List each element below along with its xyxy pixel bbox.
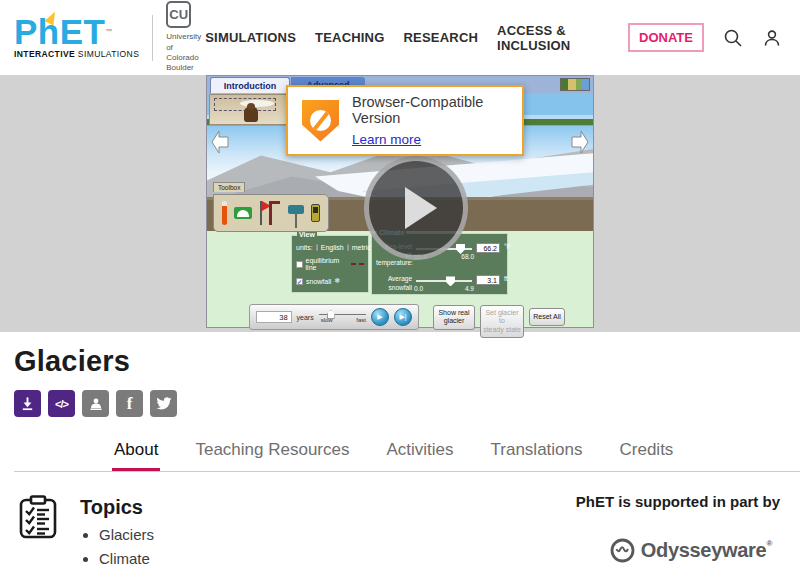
tab-activities[interactable]: Activities (384, 432, 455, 471)
thermometer-tool-icon[interactable] (222, 201, 227, 225)
play-triangle-icon (405, 187, 437, 229)
teacher-tips-button[interactable] (82, 390, 109, 417)
embed-button[interactable]: </> (48, 390, 75, 417)
radio-english[interactable] (316, 244, 318, 251)
twitter-button[interactable] (150, 390, 177, 417)
temperature-unit: °F (504, 243, 511, 250)
cloud-shape (240, 100, 274, 107)
english-label: English (321, 244, 344, 251)
tab-credits[interactable]: Credits (618, 432, 676, 471)
tab-teaching-resources[interactable]: Teaching Resources (193, 432, 351, 471)
steady-state-button[interactable]: Set glacier tosteady state (480, 305, 524, 338)
logo-divider (152, 15, 153, 61)
years-field[interactable]: 38 (256, 311, 292, 323)
snowfall-slider-thumb[interactable] (446, 276, 455, 286)
nav-item-research[interactable]: RESEARCH (404, 30, 479, 45)
action-buttons-row: </> f (14, 390, 800, 417)
gauge-tool-icon[interactable] (234, 207, 252, 219)
gps-tool-icon[interactable] (311, 204, 320, 222)
view-panel-title: View (297, 231, 317, 238)
topics-checklist-icon (14, 493, 62, 574)
time-control-panel: 38 years slow fast ▶ ▶| (249, 304, 419, 330)
equilibrium-line-label: equilibrium line (306, 257, 349, 271)
bear-head (247, 103, 255, 110)
slow-label: slow (321, 317, 333, 323)
tab-translations[interactable]: Translations (489, 432, 585, 471)
snowfall-unit: ft (504, 275, 508, 282)
sim-screenshot: Introduction Advanced (206, 75, 594, 328)
toolbox-label: Toolbox (213, 182, 245, 192)
checkbox-equilibrium-line[interactable] (296, 261, 303, 268)
facebook-icon: f (127, 394, 133, 414)
snowfall-slider: 0.0 4.9 (416, 275, 472, 291)
checkbox-snowfall[interactable]: ✓ (296, 278, 303, 285)
pan-right-arrow-icon[interactable] (570, 129, 590, 159)
drill-tool-icon[interactable] (288, 205, 304, 214)
topics-list: Glaciers Climate (80, 526, 154, 567)
section-tabs: About Teaching Resources Activities Tran… (14, 432, 800, 472)
sim-minimap-thumbnail (560, 78, 590, 91)
learn-more-link[interactable]: Learn more (352, 132, 421, 147)
tracer-tool-icon[interactable] (269, 201, 280, 225)
odysseyware-name: Odysseyware® (641, 539, 772, 562)
video-play-button[interactable] (364, 156, 468, 260)
download-button[interactable] (14, 390, 41, 417)
donate-button[interactable]: DONATE (628, 23, 704, 52)
page: PhET™ INTERACTIVE SIMULATIONS CU Univers… (0, 0, 800, 575)
snow-min-label: 0.0 (414, 285, 423, 292)
sponsor-heading: PhET is supported in part by (576, 493, 780, 510)
browser-shield-icon (302, 100, 339, 142)
metric-label: metric (352, 244, 371, 251)
trademark: ™ (105, 28, 113, 35)
content-area: Glaciers </> f About Teaching Resources … (0, 345, 800, 472)
twitter-icon (156, 397, 172, 411)
units-label: units: (296, 244, 313, 251)
snowfall-label: snowfall (306, 278, 331, 285)
slider-track (416, 280, 472, 282)
browser-compat-popup: Browser-Compatible Version Learn more (286, 85, 524, 156)
radio-metric[interactable] (347, 244, 349, 251)
sponsor-block: PhET is supported in part by Odysseyware… (576, 493, 780, 574)
snowfall-value-field[interactable]: 3.1 (476, 275, 500, 285)
temp-max-label: 68.0 (461, 253, 474, 260)
view-panel: View units: English metric equilibrium l… (291, 235, 369, 293)
years-unit-label: years (297, 314, 314, 321)
phet-logo[interactable]: PhET™ INTERACTIVE SIMULATIONS (14, 16, 139, 59)
topic-item: Climate (99, 550, 154, 567)
topics-block: Topics Glaciers Climate (14, 493, 154, 574)
flag-tool-icon[interactable] (260, 201, 262, 225)
equilibrium-line-sample (351, 263, 364, 265)
sim-preview-band: Introduction Advanced (0, 75, 800, 332)
toolbox-tray (213, 194, 329, 232)
cu-boulder-logo[interactable]: CU University of Colorado Boulder (166, 1, 205, 74)
snowflake-icon: ❄ (334, 277, 340, 285)
step-button[interactable]: ▶| (394, 308, 412, 326)
tab-about[interactable]: About (112, 432, 160, 471)
phet-wordmark: PhET™ (14, 16, 139, 48)
odysseyware-mark-icon (609, 537, 636, 564)
nav-item-access-inclusion[interactable]: ACCESS & INCLUSION (497, 23, 609, 53)
snow-max-label: 4.9 (465, 285, 474, 292)
odysseyware-logo[interactable]: Odysseyware® (609, 537, 772, 564)
nav-item-simulations[interactable]: SIMULATIONS (205, 30, 296, 45)
code-icon: </> (55, 398, 68, 410)
sim-toolbox: Toolbox (213, 176, 329, 232)
site-header: PhET™ INTERACTIVE SIMULATIONS CU Univers… (0, 0, 800, 75)
nav-item-teaching[interactable]: TEACHING (315, 30, 385, 45)
facebook-button[interactable]: f (116, 390, 143, 417)
phet-tagline: INTERACTIVE SIMULATIONS (14, 49, 139, 59)
topics-heading: Topics (80, 496, 154, 519)
cu-monogram-icon: CU (166, 1, 191, 28)
temperature-value-field[interactable]: 66.2 (476, 243, 500, 253)
cu-university-text: University of Colorado Boulder (166, 32, 205, 74)
snowfall-amount-label: Averagesnowfall (376, 275, 412, 291)
account-icon[interactable] (762, 28, 782, 48)
search-icon[interactable] (723, 28, 743, 48)
reset-all-button[interactable]: Reset All (529, 308, 565, 326)
sim-tab-introduction[interactable]: Introduction (210, 77, 290, 93)
about-section: Topics Glaciers Climate PhET is supporte… (0, 472, 800, 574)
play-button[interactable]: ▶ (371, 308, 389, 326)
show-real-glacier-button[interactable]: Show realglacier (433, 305, 475, 330)
pan-left-arrow-icon[interactable] (210, 129, 230, 159)
speed-slider-track (319, 314, 366, 315)
